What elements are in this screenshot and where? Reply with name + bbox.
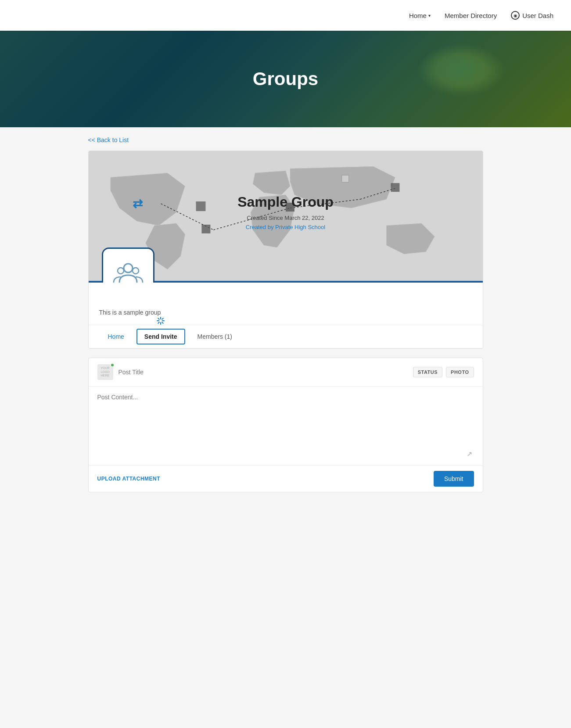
post-footer: UPLOAD ATTACHMENT Submit: [89, 466, 483, 492]
group-tabs: Home Send Invite: [89, 325, 483, 348]
hero-banner: Groups: [0, 31, 571, 127]
submit-button[interactable]: Submit: [434, 471, 474, 487]
group-card: ⇄ Sample Group Created Since March 22, 2…: [88, 151, 483, 349]
svg-rect-10: [196, 201, 205, 211]
nav-home[interactable]: Home ▾: [409, 12, 431, 19]
loading-spinner: [156, 316, 165, 327]
avatar: YOUR LOGO HERE: [97, 364, 113, 380]
group-banner-info: Sample Group Created Since March 22, 202…: [237, 194, 334, 232]
chevron-down-icon: ▾: [428, 13, 431, 18]
group-description: This is a sample group: [89, 283, 483, 325]
post-type-buttons: STATUS PHOTO: [413, 367, 474, 377]
nav-member-directory-label: Member Directory: [445, 12, 497, 19]
navigation: Home ▾ Member Directory ◉ User Dash: [0, 0, 571, 31]
svg-line-19: [162, 322, 163, 323]
tab-members[interactable]: Members (1): [189, 326, 241, 347]
svg-line-20: [162, 318, 163, 319]
online-status-dot: [110, 363, 115, 367]
nav-user-dashboard[interactable]: ◉ User Dash: [511, 11, 553, 20]
svg-point-11: [124, 264, 133, 273]
post-content-textarea[interactable]: [97, 394, 474, 446]
svg-point-13: [133, 268, 139, 274]
nav-items: Home ▾ Member Directory ◉ User Dash: [409, 11, 553, 20]
upload-attachment-link[interactable]: UPLOAD ATTACHMENT: [97, 476, 161, 482]
svg-rect-5: [201, 225, 210, 233]
svg-rect-8: [341, 175, 348, 182]
page-title: Groups: [253, 68, 318, 90]
svg-point-12: [118, 268, 124, 274]
group-banner: ⇄ Sample Group Created Since March 22, 2…: [89, 151, 483, 283]
post-title-input[interactable]: [119, 369, 408, 376]
nav-member-directory[interactable]: Member Directory: [445, 12, 497, 19]
svg-line-18: [158, 318, 159, 319]
group-created-since: Created Since March 22, 2022: [237, 214, 334, 223]
svg-line-21: [158, 322, 159, 323]
photo-button[interactable]: PHOTO: [446, 367, 474, 377]
nav-home-label: Home: [409, 12, 427, 19]
spinner-icon: [156, 316, 165, 325]
user-dash-icon: ◉: [511, 11, 520, 20]
group-name: Sample Group: [237, 194, 334, 210]
group-created-by: Created by Private High School: [237, 223, 334, 232]
main-content: << Back to List: [88, 127, 483, 510]
post-header: YOUR LOGO HERE STATUS PHOTO: [89, 358, 483, 387]
tab-send-invite[interactable]: Send Invite: [136, 329, 185, 344]
avatar-text: YOUR LOGO HERE: [97, 366, 113, 377]
post-content-area: ↗: [89, 387, 483, 466]
nav-user-dashboard-label: User Dash: [522, 12, 553, 19]
group-logo: [102, 247, 154, 283]
post-area: YOUR LOGO HERE STATUS PHOTO ↗ UPLOAD ATT…: [88, 358, 483, 492]
tab-home[interactable]: Home: [99, 326, 133, 347]
send-invite-container: Send Invite: [133, 325, 189, 348]
group-meta: Created Since March 22, 2022 Created by …: [237, 214, 334, 232]
svg-text:⇄: ⇄: [132, 197, 143, 211]
status-button[interactable]: STATUS: [413, 367, 442, 377]
group-logo-icon: [113, 258, 144, 283]
resize-handle: ↗: [97, 448, 474, 458]
group-creator: Private High School: [275, 224, 325, 230]
svg-rect-7: [391, 183, 399, 192]
group-description-text: This is a sample group: [99, 309, 472, 316]
back-to-list-link[interactable]: << Back to List: [88, 136, 129, 143]
